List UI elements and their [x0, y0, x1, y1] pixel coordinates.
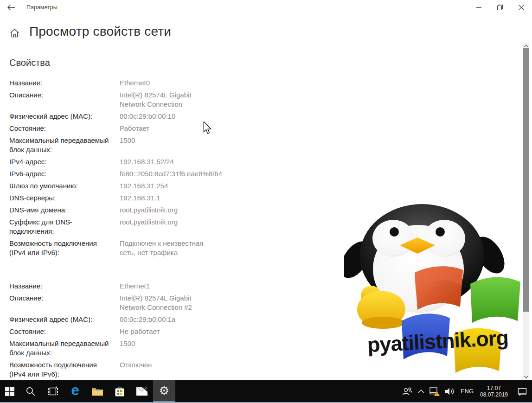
property-value: 192.168.31.52/24: [120, 157, 174, 166]
windows-flag-logo: [402, 266, 520, 373]
network-warning-icon: [429, 386, 440, 397]
volume-button[interactable]: [442, 380, 458, 402]
property-value: Intel(R) 82574L Gigabit Network Connecti…: [120, 294, 192, 312]
property-label: Описание:: [9, 294, 120, 312]
page-title: Просмотр свойств сети: [29, 24, 308, 39]
property-label: Возможность подключения (IPv4 или IPv6):: [9, 239, 120, 257]
property-row: Шлюз по умолчанию:192.168.31.254: [9, 181, 213, 191]
property-value: 192.168.31.254: [120, 181, 168, 191]
property-row: Физический адрес (MAC):00:0c:29:b0:00:10: [9, 112, 213, 121]
property-value: Отключен: [120, 360, 152, 379]
network-properties-panel: Свойства Название:Ethernet0Описание:Inte…: [9, 58, 213, 382]
people-button[interactable]: [399, 380, 415, 402]
settings-gear-icon: ⚙: [159, 385, 169, 397]
mail-icon: [136, 386, 148, 396]
restore-button[interactable]: [489, 0, 511, 15]
back-button[interactable]: [3, 0, 19, 15]
property-label: IPv6-адрес:: [9, 169, 120, 179]
people-icon: [402, 387, 412, 396]
property-label: Описание:: [9, 90, 120, 109]
property-label: Физический адрес (MAC):: [9, 315, 120, 324]
property-value: 00:0c:29:b0:00:1a: [120, 315, 175, 324]
scrollbar-thumb[interactable]: [523, 48, 529, 312]
adapter-properties-ethernet1: Название:Ethernet1Описание:Intel(R) 8257…: [9, 281, 213, 379]
property-row: Название:Ethernet1: [9, 281, 213, 291]
property-label: DNS-серверы:: [9, 193, 120, 203]
property-value: root.pyatilistnik.org: [120, 217, 178, 236]
property-label: Возможность подключения (IPv4 или IPv6):: [9, 360, 120, 379]
store-icon: [114, 385, 125, 397]
action-center-button[interactable]: [513, 380, 532, 402]
property-value: 1500: [120, 339, 135, 358]
property-row: Название:Ethernet0: [9, 78, 213, 88]
property-row: Описание:Intel(R) 82574L Gigabit Network…: [9, 90, 213, 109]
system-tray: ENG 17:07 08.07.2019: [399, 380, 532, 402]
property-row: Физический адрес (MAC):00:0c:29:b0:00:1a: [9, 315, 213, 324]
scroll-down-arrow-icon[interactable]: [523, 374, 529, 380]
property-label: IPv4-адрес:: [9, 157, 120, 166]
property-label: Физический адрес (MAC):: [9, 112, 120, 121]
file-explorer-button[interactable]: [86, 380, 109, 402]
property-row: Суффикс для DNS- подключения:root.pyatil…: [9, 217, 213, 236]
language-indicator[interactable]: ENG: [458, 380, 476, 402]
property-row: Возможность подключения (IPv4 или IPv6):…: [9, 360, 213, 379]
property-row: Возможность подключения (IPv4 или IPv6):…: [9, 239, 213, 257]
property-row: DNS-имя домена:root.pyatilistnik.org: [9, 205, 213, 215]
property-label: Суффикс для DNS- подключения:: [9, 217, 120, 236]
property-value: fe80::2050:8cd7:31f6:eae8%8/64: [120, 169, 222, 179]
mail-button[interactable]: [131, 380, 153, 402]
tray-overflow-button[interactable]: [415, 380, 427, 402]
property-row: Состояние:Работает: [9, 124, 213, 133]
property-label: Максимальный передаваемый блок данных:: [9, 136, 120, 154]
store-button[interactable]: [109, 380, 131, 402]
property-value: 1500: [120, 136, 135, 154]
title-bar: Параметры: [0, 0, 532, 15]
minimize-button[interactable]: [468, 0, 489, 15]
window-controls: [468, 0, 532, 15]
clock[interactable]: 17:07 08.07.2019: [476, 380, 513, 402]
action-center-icon: [517, 387, 527, 396]
property-value: 00:0c:29:b0:00:10: [120, 112, 175, 121]
property-label: Состояние:: [9, 327, 120, 336]
edge-icon: e: [71, 383, 79, 397]
property-value: Ethernet1: [120, 281, 150, 291]
tray-time: 17:07: [480, 385, 508, 391]
start-button[interactable]: [0, 380, 19, 402]
speaker-icon: [444, 387, 455, 396]
start-icon: [5, 387, 14, 396]
property-value: Работает: [120, 124, 149, 133]
search-button[interactable]: [19, 380, 42, 402]
property-value: Intel(R) 82574L Gigabit Network Connecti…: [120, 90, 192, 109]
close-button[interactable]: [511, 0, 532, 15]
property-label: Состояние:: [9, 124, 120, 133]
edge-button[interactable]: e: [64, 380, 86, 402]
home-icon: [9, 28, 20, 38]
property-label: Максимальный передаваемый блок данных:: [9, 339, 120, 358]
property-row: IPv6-адрес:fe80::2050:8cd7:31f6:eae8%8/6…: [9, 169, 213, 179]
property-value: Не работает: [120, 327, 160, 336]
property-row: IPv4-адрес:192.168.31.52/24: [9, 157, 213, 166]
property-label: Шлюз по умолчанию:: [9, 181, 120, 191]
property-value: root.pyatilistnik.org: [120, 205, 178, 215]
taskbar-app-icons: e: [0, 380, 175, 402]
task-view-icon: [47, 386, 58, 397]
search-icon: [26, 386, 36, 397]
settings-button[interactable]: ⚙: [153, 380, 175, 402]
back-arrow-icon: [7, 4, 15, 11]
penguin-watermark-image: pyatilistnik.org: [344, 199, 521, 376]
property-value: Подключен к неизвестная сеть, нет трафик…: [120, 239, 203, 257]
section-title: Свойства: [9, 58, 213, 68]
task-view-button[interactable]: [42, 380, 64, 402]
settings-window: Параметры Просмотр свойств сети Свойства…: [0, 0, 532, 403]
network-status-button[interactable]: [427, 380, 442, 402]
property-row: Состояние:Не работает: [9, 327, 213, 336]
property-value: 192.168.31.1: [120, 193, 160, 203]
tray-date: 08.07.2019: [480, 391, 508, 398]
property-label: DNS-имя домена:: [9, 205, 120, 215]
app-title: Параметры: [26, 4, 58, 11]
taskbar: e: [0, 380, 532, 403]
property-value: Ethernet0: [120, 78, 150, 88]
property-label: Название:: [9, 78, 120, 88]
vertical-scrollbar[interactable]: [523, 43, 529, 380]
property-row: Максимальный передаваемый блок данных:15…: [9, 339, 213, 358]
